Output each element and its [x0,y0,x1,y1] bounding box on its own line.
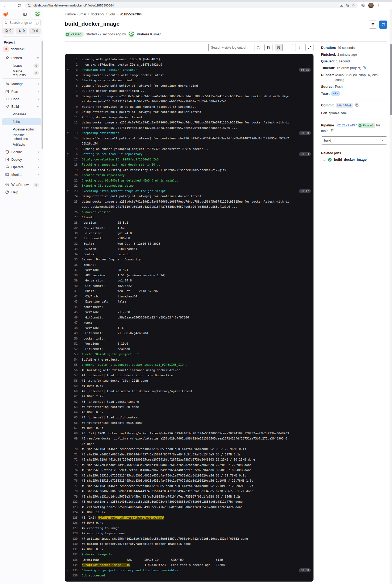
log-line-number[interactable]: 63 [65,404,78,410]
log-line-number[interactable]: 15 [65,146,78,152]
log-line-number[interactable]: 43 [65,299,78,304]
log-line-number[interactable]: 71 [65,452,78,457]
log-line-number[interactable]: 123 [65,505,78,510]
log-line-number[interactable]: 132 [65,552,78,557]
log-line-number[interactable]: 54 [65,357,78,363]
sidebar-item-build[interactable]: Build∨ [2,103,41,110]
log-line-number[interactable]: 79 [65,494,78,499]
log-line-number[interactable]: 50 [65,336,78,341]
breadcrumb-item[interactable]: Kishore Kumar [65,12,86,16]
sidebar-item-deploy[interactable]: Deploy› [2,156,41,163]
related-job-item[interactable]: → build_docker_image [321,158,387,162]
log-line-number[interactable]: 56 [65,368,78,373]
section-chevron-icon[interactable]: ∨ [67,568,69,573]
sidebar-item-pinned[interactable]: Pinned∨ [2,54,41,62]
sidebar-item-operate[interactable]: Operate› [2,163,41,171]
copy-ref-icon[interactable] [331,129,335,133]
log-line-number[interactable]: 30 [65,231,78,236]
log-line-number[interactable]: 6 [65,83,78,89]
log-line-number[interactable]: 65 [65,415,78,420]
log-section-header[interactable]: ∨23Executing "step_script" stage of the … [65,189,313,194]
wrap-lines-button[interactable] [275,44,283,51]
log-line-number[interactable]: 72 [65,457,78,462]
log-line-number[interactable]: 37 [65,267,78,273]
sidebar-item-what-s-new[interactable]: What's new6 [2,181,41,188]
raw-log-button[interactable] [264,44,272,51]
global-search-input[interactable]: Search or go to... / [2,19,41,26]
log-line-number[interactable]: 135 [65,568,78,573]
log-line-number[interactable]: 39 [65,278,78,283]
stage-dropdown[interactable]: build ▼ [321,136,387,145]
log-section-header[interactable]: ∨13Preparing environment00:00 [65,130,313,136]
log-line-number[interactable]: 12 [65,120,78,130]
log-line-number[interactable]: 59 [65,383,78,389]
log-line-number[interactable]: 61 [65,394,78,399]
log-line-number[interactable]: 24 [65,194,78,199]
log-line-number[interactable]: 73 [65,462,78,468]
log-search-button[interactable] [254,44,262,51]
log-line-number[interactable]: 14 [65,136,78,146]
sidebar-item-issues[interactable]: Issues0 [2,62,41,69]
retry-job-button[interactable] [379,21,387,29]
back-button[interactable]: ← [3,4,7,7]
page-scrollbar[interactable] [390,9,392,584]
log-line-number[interactable]: 41 [65,288,78,294]
erase-job-log-button[interactable] [369,21,377,29]
sidebar-item-pipelines[interactable]: Pipelines [2,110,41,118]
refresh-icon[interactable] [17,4,21,8]
log-line-number[interactable]: 62 [65,399,78,405]
log-line-number[interactable]: 13 [65,130,78,136]
log-line-number[interactable]: 21 [65,178,78,183]
log-line-number[interactable]: 52 [65,347,78,352]
log-line-number[interactable]: 124 [65,510,78,515]
zoom-out-icon[interactable] [346,4,350,8]
sidebar-item-merge-requests[interactable]: Merge requests0 [2,69,41,77]
log-line-number[interactable]: 10 [65,109,78,115]
log-line-number[interactable]: 16 [65,152,78,157]
log-line-number[interactable]: 7 [65,88,78,94]
log-line-number[interactable]: 126 [65,520,78,526]
log-search-input[interactable] [208,44,254,51]
log-line-number[interactable]: 34 [65,252,78,257]
log-line-number[interactable]: 45 [65,310,78,315]
log-line-number[interactable]: 136 [65,573,78,578]
log-line-number[interactable]: 31 [65,236,78,241]
log-line-number[interactable]: 5 [65,78,78,83]
sidebar-scrollbar[interactable] [42,41,43,149]
gitlab-logo[interactable] [3,11,9,17]
log-line-number[interactable]: 128 [65,531,78,536]
bookmark-star-icon[interactable]: ☆ [352,4,355,8]
log-line-number[interactable]: 26 [65,210,78,215]
log-line-number[interactable]: 48 [65,325,78,331]
log-line-number[interactable]: 11 [65,115,78,120]
log-line-number[interactable]: 58 [65,378,78,384]
browser-profile-avatar[interactable] [368,3,374,8]
log-line-number[interactable]: 23 [65,189,78,194]
scroll-to-bottom-button[interactable] [295,44,303,51]
pipeline-link[interactable]: #2121212497 [336,123,357,127]
forward-button[interactable]: → [10,4,14,7]
log-line-number[interactable]: 47 [65,320,78,325]
log-line-number[interactable]: 29 [65,225,78,231]
log-line-number[interactable]: 51 [65,341,78,347]
breadcrumb-item[interactable]: #11855390364 [120,12,141,16]
log-line-number[interactable]: 18 [65,162,78,167]
log-line-number[interactable]: 4 [65,73,78,78]
log-line-number[interactable]: 1 [65,57,78,62]
log-line-number[interactable]: 38 [65,273,78,278]
log-line-number[interactable]: 66 [65,420,78,426]
log-line-number[interactable]: 40 [65,283,78,289]
site-info-icon[interactable] [27,4,31,8]
log-line-number[interactable]: 42 [65,294,78,299]
section-chevron-icon[interactable]: ∨ [67,152,69,157]
log-section-header[interactable]: ∨135Cleaning up project directory and fi… [65,568,313,573]
section-chevron-icon[interactable]: ∨ [67,67,69,73]
log-line-number[interactable]: 3 [65,67,78,73]
media-playlist-icon[interactable] [361,4,365,8]
log-line-number[interactable]: 46 [65,315,78,320]
sidebar-item-pipeline-schedules[interactable]: Pipeline schedules [2,133,41,140]
log-section-header[interactable]: ∨16Getting source from Git repository00:… [65,152,313,157]
log-line-number[interactable]: 27 [65,215,78,220]
section-chevron-icon[interactable]: ∨ [67,189,69,194]
help-icon[interactable] [362,66,366,70]
